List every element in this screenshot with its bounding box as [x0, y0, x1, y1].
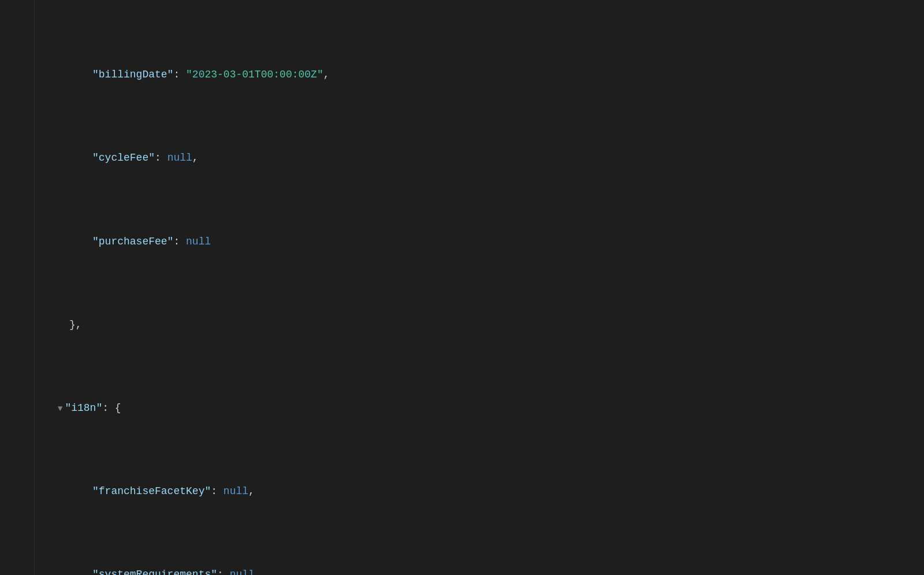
val-systemRequirements: null — [230, 566, 255, 575]
val-purchaseFee: null — [186, 233, 211, 250]
line-franchiseFacetKey: "franchiseFacetKey": null, — [46, 483, 924, 500]
line-gutter — [0, 0, 35, 575]
line-cycleFee: "cycleFee": null, — [46, 150, 924, 166]
line-i18n-open: "i18n": { — [46, 400, 924, 417]
line-purchaseFee: "purchaseFee": null — [46, 233, 924, 250]
key-franchiseFacetKey: "franchiseFacetKey" — [92, 483, 211, 500]
key-systemRequirements: "systemRequirements" — [92, 566, 217, 575]
line-close-brace-1: }, — [46, 317, 924, 333]
val-franchiseFacetKey: null — [223, 483, 248, 500]
key-billingDate: "billingDate" — [92, 66, 173, 83]
key-i18n: "i18n" — [65, 400, 102, 417]
key-purchaseFee: "purchaseFee" — [92, 233, 173, 250]
close-brace-punctuation: }, — [69, 317, 82, 333]
line-billingDate: "billingDate": "2023-03-01T00:00:00Z", — [46, 66, 924, 83]
key-cycleFee: "cycleFee" — [92, 150, 155, 166]
val-cycleFee: null — [167, 150, 192, 166]
collapse-arrow-i18n[interactable] — [58, 402, 62, 415]
val-billingDate: "2023-03-01T00:00:00Z" — [186, 66, 323, 83]
code-content[interactable]: "billingDate": "2023-03-01T00:00:00Z", "… — [35, 0, 924, 575]
code-viewer: "billingDate": "2023-03-01T00:00:00Z", "… — [0, 0, 924, 575]
line-systemRequirements: "systemRequirements": null, — [46, 566, 924, 575]
